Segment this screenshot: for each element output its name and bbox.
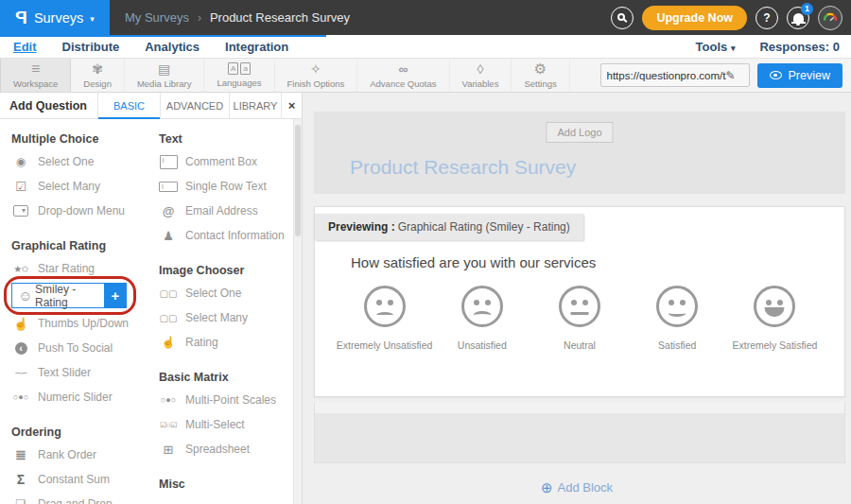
header-actions: Upgrade Now ? 1 <box>611 6 851 30</box>
survey-url-input[interactable] <box>607 70 726 81</box>
caret-down-icon: ▾ <box>731 43 736 53</box>
smiley-face-icon <box>656 286 698 327</box>
qtype-push-to-social[interactable]: Push To Social <box>11 336 151 360</box>
section-multiple-choice: Multiple Choice <box>11 132 151 146</box>
qtype-email-address[interactable]: Email Address <box>159 199 291 223</box>
responses-count[interactable]: Responses: 0 <box>759 40 840 54</box>
option-extremely-satisfied[interactable]: Extremely Satisfied <box>726 286 824 351</box>
qtype-select-many[interactable]: Select Many <box>11 174 151 199</box>
qtype-image-rating[interactable]: Rating <box>159 330 291 355</box>
qtype-spreadsheet[interactable]: Spreadsheet <box>159 437 291 461</box>
qtype-contact-information[interactable]: Contact Information <box>159 223 291 248</box>
option-unsatisfied[interactable]: Unsatisfied <box>433 286 530 351</box>
toolbar-variables[interactable]: Variables <box>450 59 512 92</box>
survey-editor-canvas: Add Logo Product Research Survey Preview… <box>303 93 851 504</box>
toolbar-media-library[interactable]: Media Library <box>125 59 205 92</box>
qtype-image-select-many[interactable]: Select Many <box>159 305 291 330</box>
breadcrumb-current-survey: Product Research Survey <box>210 10 350 25</box>
preview-button[interactable]: Preview <box>757 63 842 88</box>
tab-basic[interactable]: BASIC <box>98 93 161 118</box>
add-block-button[interactable]: ⊕Add Block <box>303 479 851 496</box>
search-button[interactable] <box>611 7 634 29</box>
qtype-image-select-one[interactable]: Select One <box>159 281 291 305</box>
question-preview-card: Previewing :Graphical Rating (Smiley - R… <box>314 206 845 397</box>
qtype-drag-and-drop[interactable]: Drag and Drop <box>11 492 151 504</box>
caret-down-icon: ▾ <box>90 14 95 24</box>
empty-block-placeholder[interactable] <box>314 402 845 463</box>
qtype-dropdown-menu[interactable]: Drop-down Menu <box>11 199 151 223</box>
comment-box-icon <box>159 155 178 169</box>
qtype-smiley-rating[interactable]: Smiley - Rating + <box>11 283 127 308</box>
eye-icon <box>770 71 782 79</box>
scrollbar-thumb[interactable] <box>295 125 301 236</box>
qtype-rank-order[interactable]: Rank Order <box>11 443 151 467</box>
product-switcher[interactable]: P Surveys ▾ <box>0 0 110 35</box>
drag-icon <box>11 497 30 504</box>
star-icon <box>11 264 30 274</box>
single-row-icon <box>159 182 178 192</box>
smiley-face-icon <box>559 286 600 327</box>
wand-icon <box>310 62 321 76</box>
radio-icon <box>11 155 30 168</box>
chain-links-icon <box>398 62 408 76</box>
toolbar-workspace[interactable]: Workspace <box>0 59 71 92</box>
add-smiley-question-button[interactable]: + <box>104 283 127 308</box>
previewing-value: Graphical Rating (Smiley - Rating) <box>398 220 570 234</box>
tools-dropdown[interactable]: Tools ▾ <box>696 40 736 54</box>
rank-list-icon <box>11 447 30 462</box>
qtype-thumbs-up-down[interactable]: Thumbs Up/Down <box>11 311 151 336</box>
at-sign-icon <box>159 204 178 218</box>
upgrade-now-button[interactable]: Upgrade Now <box>642 6 747 30</box>
account-avatar[interactable] <box>818 6 842 30</box>
qtype-single-row-text[interactable]: Single Row Text <box>159 174 291 199</box>
qtype-select-one[interactable]: Select One <box>11 149 151 174</box>
breadcrumb-separator-icon: › <box>198 11 201 25</box>
qtype-multi-select[interactable]: Multi-Select <box>159 412 291 437</box>
qtype-text-slider[interactable]: Text Slider <box>11 360 151 385</box>
toolbar-advance-quotas[interactable]: Advance Quotas <box>357 59 449 92</box>
panel-scrollbar[interactable] <box>293 119 302 504</box>
previewing-tab: Previewing :Graphical Rating (Smiley - R… <box>315 214 583 240</box>
tag-icon <box>477 62 483 76</box>
notifications-button[interactable]: 1 <box>787 7 809 29</box>
qtype-smiley-rating-highlighted: Smiley - Rating + <box>11 283 151 309</box>
help-icon: ? <box>763 11 770 25</box>
survey-header-block[interactable]: Add Logo Product Research Survey <box>314 112 845 194</box>
nav-tab-edit[interactable]: Edit <box>13 40 37 54</box>
qtype-comment-box[interactable]: Comment Box <box>159 149 291 174</box>
qtype-constant-sum[interactable]: Constant Sum <box>11 467 151 492</box>
questionpro-logo: P <box>15 8 27 28</box>
nav-tab-integration[interactable]: Integration <box>225 40 288 54</box>
palette-icon <box>92 62 103 76</box>
survey-title[interactable]: Product Research Survey <box>350 156 576 179</box>
image-icon <box>158 62 170 76</box>
search-icon <box>617 13 625 21</box>
smiley-face-icon <box>364 286 406 327</box>
qtype-multi-point-scales[interactable]: Multi-Point Scales <box>159 388 291 412</box>
add-question-panel: Add Question BASIC ADVANCED LIBRARY × Mu… <box>0 93 303 504</box>
option-extremely-unsatisfied[interactable]: Extremely Unsatisfied <box>336 286 433 351</box>
section-image-chooser: Image Chooser <box>159 264 291 277</box>
qtype-numeric-slider[interactable]: Numeric Slider <box>11 385 151 409</box>
nav-tab-analytics[interactable]: Analytics <box>145 40 200 54</box>
help-button[interactable]: ? <box>755 7 778 29</box>
breadcrumb-my-surveys[interactable]: My Surveys <box>125 10 189 25</box>
numeric-slider-icon <box>11 392 30 402</box>
toolbar-settings[interactable]: Settings <box>512 59 569 92</box>
add-logo-button[interactable]: Add Logo <box>546 122 613 143</box>
close-panel-button[interactable]: × <box>282 93 302 118</box>
toolbar-design[interactable]: Design <box>71 59 125 92</box>
pencil-icon[interactable]: ✎ <box>726 69 736 82</box>
option-neutral[interactable]: Neutral <box>530 286 628 351</box>
tab-advanced[interactable]: ADVANCED <box>161 93 230 118</box>
multi-select-icon <box>159 421 178 429</box>
nav-tab-distribute[interactable]: Distribute <box>62 40 120 54</box>
tab-library[interactable]: LIBRARY <box>230 93 282 118</box>
option-satisfied[interactable]: Satisfied <box>629 286 726 351</box>
toolbar-languages[interactable]: Languages <box>204 59 274 92</box>
qtype-star-rating[interactable]: Star Rating <box>11 256 151 281</box>
survey-url-field[interactable]: ✎ <box>600 63 750 87</box>
gauge-icon <box>821 9 840 27</box>
toolbar-finish-options[interactable]: Finish Options <box>275 59 358 92</box>
edit-toolbar: Workspace Design Media Library Languages… <box>0 59 851 93</box>
